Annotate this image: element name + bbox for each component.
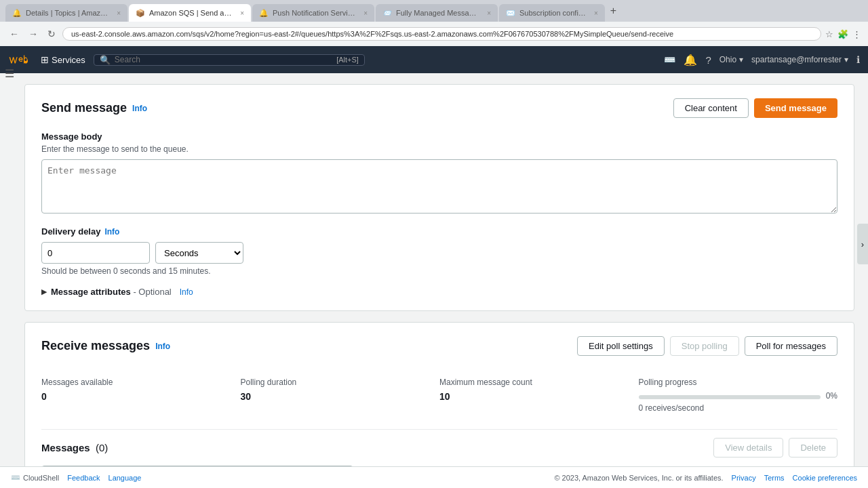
attributes-label: Message attributes - Optional <box>51 287 172 297</box>
messages-available-label: Messages available <box>41 378 241 387</box>
tab-3[interactable]: 🔔 Push Notification Service - Amaz... × <box>252 4 374 22</box>
privacy-link[interactable]: Privacy <box>732 474 756 482</box>
message-attributes-collapsible[interactable]: ▶ Message attributes - Optional Info <box>41 287 837 297</box>
stats-row: Messages available 0 Polling duration 30… <box>41 369 837 421</box>
send-message-button[interactable]: Send message <box>754 98 837 118</box>
edit-poll-settings-button[interactable]: Edit poll settings <box>577 336 665 356</box>
tab-3-close[interactable]: × <box>363 9 368 17</box>
message-body-field: Message body Enter the message to send t… <box>41 131 837 216</box>
extension-icon[interactable]: 🧩 <box>837 29 848 39</box>
aws-nav: ⊞ Services 🔍 [Alt+S] ⌨️ 🔔 ? Ohio ▾ spart… <box>0 46 868 73</box>
receive-messages-header: Receive messages Info Edit poll settings… <box>41 336 837 356</box>
delay-unit-select[interactable]: Seconds <box>155 242 243 264</box>
search-shortcut: [Alt+S] <box>336 56 359 64</box>
cloudshell-icon: ⌨️ <box>11 473 20 482</box>
new-tab-button[interactable]: + <box>606 5 620 17</box>
user-chevron-icon: ▾ <box>844 55 848 64</box>
tab-bar: 🔔 Details | Topics | Amazon SNS × 📦 Amaz… <box>0 0 868 22</box>
forward-button[interactable]: → <box>26 27 41 41</box>
cloudshell-icon[interactable]: ⌨️ <box>664 54 675 65</box>
tab-4-close[interactable]: × <box>487 9 491 17</box>
delay-note: Should be between 0 seconds and 15 minut… <box>41 266 837 276</box>
menu-icon[interactable]: ⋮ <box>852 29 861 39</box>
send-message-title: Send message Info <box>41 101 147 115</box>
receive-messages-title: Receive messages Info <box>41 339 170 353</box>
cloudshell-button[interactable]: ⌨️ CloudShell <box>11 473 59 482</box>
cloudshell-label: CloudShell <box>23 474 59 482</box>
tab-5-label: Subscription confirm... <box>519 9 587 17</box>
send-message-panel: Send message Info Clear content Send mes… <box>24 84 854 311</box>
tab-4-label: Fully Managed Message Queue... <box>396 9 480 17</box>
messages-count: (0) <box>96 442 108 453</box>
polling-progress-stat: Polling progress 0% 0 receives/second <box>639 369 838 421</box>
aws-search-bar[interactable]: 🔍 [Alt+S] <box>94 54 365 66</box>
progress-pct: 0% <box>826 391 837 401</box>
cookie-link[interactable]: Cookie preferences <box>793 474 857 482</box>
delay-value-input[interactable] <box>41 242 150 264</box>
receive-messages-info[interactable]: Info <box>155 342 170 351</box>
search-icon: 🔍 <box>100 55 111 65</box>
delete-button[interactable]: Delete <box>789 438 837 458</box>
tab-2[interactable]: 📦 Amazon SQS | Send and receive... × <box>129 4 251 22</box>
max-message-count-label: Maximum message count <box>439 378 639 387</box>
info-icon[interactable]: ℹ <box>856 54 860 65</box>
feedback-link[interactable]: Feedback <box>67 474 100 482</box>
aws-region[interactable]: Ohio ▾ <box>719 55 743 64</box>
delivery-delay-field: Delivery delay Info Seconds Should be be… <box>41 226 837 276</box>
delivery-delay-info[interactable]: Info <box>104 227 119 237</box>
tab-4[interactable]: 📨 Fully Managed Message Queue... × <box>376 4 498 22</box>
send-message-actions: Clear content Send message <box>673 98 837 118</box>
delivery-delay-label: Delivery delay Info <box>41 226 837 237</box>
footer-left: ⌨️ CloudShell Feedback Language <box>11 473 141 482</box>
delivery-delay-row: Seconds <box>41 242 837 264</box>
search-input[interactable] <box>115 55 332 64</box>
max-message-count-stat: Maximum message count 10 <box>439 369 639 421</box>
terms-link[interactable]: Terms <box>764 474 785 482</box>
browser-nav: ← → ↻ us-east-2.console.aws.amazon.com/s… <box>0 22 868 46</box>
polling-duration-value: 30 <box>241 391 440 402</box>
right-collapse-icon: › <box>861 239 864 249</box>
address-bar[interactable]: us-east-2.console.aws.amazon.com/sqs/v2/… <box>62 27 821 41</box>
clear-content-button[interactable]: Clear content <box>673 98 749 118</box>
messages-available-stat: Messages available 0 <box>41 369 241 421</box>
back-button[interactable]: ← <box>7 27 22 41</box>
tab-1-label: Details | Topics | Amazon SNS <box>26 9 110 17</box>
tab-3-label: Push Notification Service - Amaz... <box>273 9 357 17</box>
attributes-info[interactable]: Info <box>180 287 193 297</box>
view-details-button[interactable]: View details <box>713 438 783 458</box>
collapsible-arrow-icon: ▶ <box>41 287 47 296</box>
tab-5-close[interactable]: × <box>594 9 598 17</box>
sidebar-toggle[interactable]: ☰ <box>0 60 19 87</box>
copyright-text: © 2023, Amazon Web Services, Inc. or its… <box>554 474 723 482</box>
messages-available-value: 0 <box>41 391 241 402</box>
send-message-info[interactable]: Info <box>132 104 147 113</box>
progress-bar-track <box>639 395 821 399</box>
receives-per-second: 0 receives/second <box>639 403 838 413</box>
aws-user[interactable]: spartansage@mforrester ▾ <box>751 55 848 64</box>
poll-for-messages-button[interactable]: Poll for messages <box>745 336 837 356</box>
message-body-hint: Enter the message to send to the queue. <box>41 144 837 154</box>
main-wrapper: Send message Info Clear content Send mes… <box>0 84 868 488</box>
tab-5[interactable]: ✉️ Subscription confirm... × <box>499 4 605 22</box>
notifications-icon[interactable]: 🔔 <box>684 54 697 66</box>
services-button[interactable]: ⊞ Services <box>41 54 85 65</box>
star-icon[interactable]: ☆ <box>825 29 833 39</box>
region-chevron-icon: ▾ <box>739 55 743 64</box>
divider <box>41 429 837 430</box>
footer-right: © 2023, Amazon Web Services, Inc. or its… <box>554 474 857 482</box>
language-link[interactable]: Language <box>108 474 142 482</box>
polling-progress-label: Polling progress <box>639 378 838 387</box>
refresh-button[interactable]: ↻ <box>45 27 58 41</box>
right-collapse-handle[interactable]: › <box>857 224 868 264</box>
tab-1-close[interactable]: × <box>117 9 121 17</box>
tab-2-close[interactable]: × <box>240 9 244 17</box>
progress-bar-container: 0% 0 receives/second <box>639 391 838 413</box>
message-body-input[interactable] <box>41 159 837 214</box>
tab-1[interactable]: 🔔 Details | Topics | Amazon SNS × <box>5 4 127 22</box>
messages-subheader: Messages (0) View details Delete <box>41 438 837 458</box>
support-icon[interactable]: ? <box>705 54 711 66</box>
stop-polling-button[interactable]: Stop polling <box>670 336 739 356</box>
send-message-header: Send message Info Clear content Send mes… <box>41 98 837 118</box>
messages-actions: View details Delete <box>713 438 837 458</box>
messages-title: Messages (0) <box>41 442 108 453</box>
